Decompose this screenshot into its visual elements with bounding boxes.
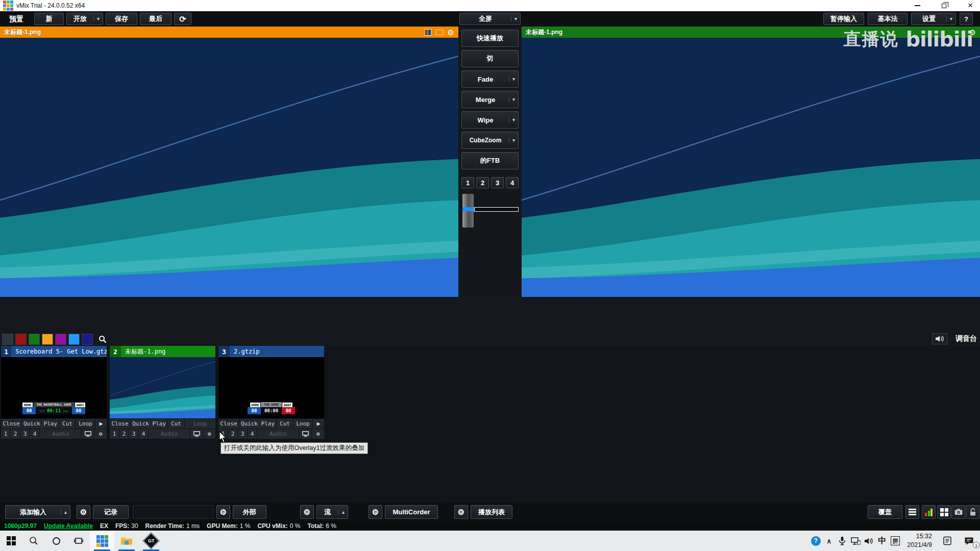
- stream-gear-icon[interactable]: ⚙: [300, 505, 314, 519]
- input-2-cut-button[interactable]: Cut: [168, 419, 184, 429]
- input-1-overlay-4-button[interactable]: 4: [30, 429, 39, 439]
- input-2-overlay-2-button[interactable]: 2: [119, 429, 129, 439]
- pause-input-button[interactable]: 暂停输入: [823, 13, 864, 25]
- tray-help-icon[interactable]: ?: [809, 531, 822, 551]
- master-audio-icon[interactable]: [932, 333, 947, 344]
- open-dropdown-icon[interactable]: ▾: [93, 16, 103, 21]
- start-button[interactable]: [0, 531, 22, 551]
- overlay-button[interactable]: 覆盖: [868, 505, 902, 519]
- input-1-cut-button[interactable]: Cut: [59, 419, 76, 429]
- lock-icon[interactable]: [966, 505, 979, 519]
- input-2-quickplay-button[interactable]: Quick Play: [131, 419, 167, 429]
- input-3-overlay-3-button[interactable]: 3: [238, 429, 247, 439]
- multicorder-button[interactable]: MultiCorder: [385, 505, 438, 519]
- help-button[interactable]: ?: [960, 13, 973, 25]
- input-3-thumbnail[interactable]: HOME THE GAME AWAY 00 00:00 00: [218, 357, 324, 418]
- tbar-track[interactable]: [474, 207, 519, 212]
- tray-journal-icon[interactable]: [937, 531, 958, 551]
- input-3-loop-button[interactable]: Loop: [293, 419, 312, 429]
- input-3-gear-icon[interactable]: ⚙: [312, 429, 324, 439]
- input-1-thumbnail[interactable]: HOME THE BASKETBALL GAME AWAY 00 1ST 09:…: [1, 357, 107, 418]
- input-2-overlay-1-button[interactable]: 1: [110, 429, 119, 439]
- taskbar-explorer-app[interactable]: [114, 531, 139, 551]
- input-3-overlay-4-button[interactable]: 4: [248, 429, 257, 439]
- cortana-icon[interactable]: [45, 531, 67, 551]
- overlay-3-button[interactable]: 3: [491, 177, 504, 188]
- search-icon[interactable]: [96, 334, 109, 345]
- category-swatch-green[interactable]: [29, 334, 40, 345]
- list-view-icon[interactable]: [905, 505, 919, 519]
- colorbars-icon[interactable]: [424, 29, 431, 36]
- overlay-1-button[interactable]: 1: [461, 177, 474, 188]
- input-2-gear-icon[interactable]: ⚙: [203, 429, 215, 439]
- add-input-button[interactable]: 添加输入 ▴: [5, 505, 70, 519]
- category-swatch-navy[interactable]: [82, 334, 93, 345]
- stream-dropdown-icon[interactable]: ▴: [338, 510, 348, 515]
- transition-3-button[interactable]: Wipe ▾: [461, 111, 519, 129]
- input-3-quickplay-button[interactable]: Quick Play: [239, 419, 276, 429]
- add-input-dropdown-icon[interactable]: ▴: [61, 510, 70, 515]
- input-2-audio-button[interactable]: Audio: [149, 429, 190, 439]
- program-video-frame[interactable]: [522, 38, 980, 297]
- loop-icon[interactable]: ⟳: [174, 13, 191, 25]
- input-2-fullscreen-icon[interactable]: [190, 429, 203, 439]
- category-swatch-blue[interactable]: [68, 334, 80, 345]
- ftb-button[interactable]: 的FTB: [461, 152, 519, 169]
- input-1-overlay-2-button[interactable]: 2: [11, 429, 20, 439]
- category-swatch-purple[interactable]: [55, 334, 66, 345]
- basic-button[interactable]: 基本法: [868, 13, 908, 25]
- new-button[interactable]: 新: [34, 13, 64, 25]
- taskbar-clock[interactable]: 15:32 2021/4/9: [902, 532, 937, 549]
- tray-chevron-up-icon[interactable]: ∧: [822, 531, 836, 551]
- audio-meter-icon[interactable]: [922, 505, 936, 519]
- input-3-cut-button[interactable]: Cut: [277, 419, 293, 429]
- input-3-audio-button[interactable]: Audio: [257, 429, 299, 439]
- close-button[interactable]: ×: [964, 1, 977, 11]
- task-view-icon[interactable]: [67, 531, 90, 551]
- tray-microphone-icon[interactable]: [836, 531, 849, 551]
- input-1-overlay-3-button[interactable]: 3: [20, 429, 30, 439]
- transition-4-dropdown-icon[interactable]: ▾: [509, 138, 518, 143]
- settings-dropdown-icon[interactable]: ▾: [946, 16, 955, 21]
- stream-button[interactable]: 流 ▴: [316, 505, 348, 519]
- category-swatch-default[interactable]: [2, 334, 13, 345]
- input-2-close-button[interactable]: Close: [110, 419, 130, 429]
- input-1-audio-button[interactable]: Audio: [40, 429, 81, 439]
- input-3-overlay-2-button[interactable]: 2: [228, 429, 237, 439]
- snapshot-camera-icon[interactable]: [951, 505, 965, 519]
- transition-3-dropdown-icon[interactable]: ▾: [509, 117, 518, 122]
- input-2-thumbnail[interactable]: [110, 357, 215, 418]
- cut-button[interactable]: 切: [461, 50, 519, 67]
- record-button[interactable]: 记录: [93, 505, 129, 519]
- quick-play-button[interactable]: 快速播放: [461, 30, 519, 47]
- transition-1-dropdown-icon[interactable]: ▾: [509, 77, 518, 82]
- taskbar-gt-app[interactable]: GT: [139, 531, 163, 551]
- external-gear-icon[interactable]: ⚙: [216, 505, 230, 519]
- overlay-2-button[interactable]: 2: [476, 177, 489, 188]
- input-1-gear-icon[interactable]: ⚙: [94, 429, 107, 439]
- minimize-button[interactable]: [911, 1, 924, 11]
- settings-button[interactable]: 设置 ▾: [911, 13, 956, 25]
- tray-ime-indicator[interactable]: 中: [875, 531, 889, 551]
- external-button[interactable]: 外部: [233, 505, 266, 519]
- open-button[interactable]: 开放 ▾: [66, 13, 103, 25]
- taskbar-vmix-app[interactable]: [90, 531, 114, 551]
- audio-mixer-label[interactable]: 调音台: [955, 334, 977, 343]
- tray-speaker-icon[interactable]: [862, 531, 875, 551]
- playlist-button[interactable]: 播放列表: [471, 505, 512, 519]
- input-1-quickplay-button[interactable]: Quick Play: [22, 419, 59, 429]
- input-3-play-icon[interactable]: ▶: [313, 419, 324, 429]
- input-2-header[interactable]: 2 未标题-1.png: [110, 346, 215, 357]
- transition-2-dropdown-icon[interactable]: ▾: [509, 97, 518, 102]
- input-3-fullscreen-icon[interactable]: [299, 429, 311, 439]
- input-2-overlay-4-button[interactable]: 4: [139, 429, 148, 439]
- overlay-4-button[interactable]: 4: [506, 177, 519, 188]
- input-1-play-icon[interactable]: ▶: [95, 419, 107, 429]
- tray-network-icon[interactable]: [849, 531, 862, 551]
- notification-center-icon[interactable]: 1: [958, 531, 980, 551]
- input-1-fullscreen-icon[interactable]: [82, 429, 94, 439]
- multiview-grid-icon[interactable]: [937, 505, 951, 519]
- preview-video-frame[interactable]: [0, 38, 458, 297]
- input-1-loop-button[interactable]: Loop: [76, 419, 95, 429]
- last-button[interactable]: 最后: [140, 13, 172, 25]
